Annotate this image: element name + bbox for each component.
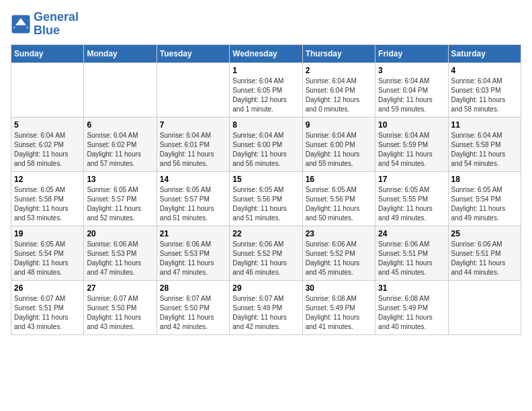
calendar-cell: 31Sunrise: 6:08 AMSunset: 5:49 PMDayligh… — [375, 280, 448, 334]
cell-info: Sunrise: 6:06 AMSunset: 5:53 PMDaylight:… — [87, 240, 153, 277]
calendar-cell: 9Sunrise: 6:04 AMSunset: 6:00 PMDaylight… — [302, 117, 375, 171]
cell-date-number: 1 — [232, 66, 299, 75]
calendar-cell: 8Sunrise: 6:04 AMSunset: 6:00 PMDaylight… — [230, 117, 302, 171]
calendar-cell: 19Sunrise: 6:05 AMSunset: 5:54 PMDayligh… — [11, 226, 84, 280]
cell-date-number: 21 — [160, 229, 226, 238]
calendar-cell: 14Sunrise: 6:05 AMSunset: 5:57 PMDayligh… — [157, 171, 229, 226]
day-header-saturday: Saturday — [448, 44, 521, 62]
cell-date-number: 26 — [14, 283, 81, 293]
cell-date-number: 24 — [378, 229, 445, 238]
day-header-thursday: Thursday — [302, 44, 375, 62]
calendar-cell: 12Sunrise: 6:05 AMSunset: 5:58 PMDayligh… — [11, 171, 84, 226]
calendar-cell: 22Sunrise: 6:06 AMSunset: 5:52 PMDayligh… — [230, 226, 302, 280]
svg-rect-2 — [15, 25, 27, 29]
calendar-cell: 27Sunrise: 6:07 AMSunset: 5:50 PMDayligh… — [84, 280, 157, 334]
cell-info: Sunrise: 6:04 AMSunset: 6:00 PMDaylight:… — [232, 131, 299, 169]
cell-info: Sunrise: 6:06 AMSunset: 5:51 PMDaylight:… — [378, 240, 445, 277]
cell-date-number: 6 — [87, 120, 153, 130]
calendar-cell — [157, 62, 229, 117]
week-row-1: 1Sunrise: 6:04 AMSunset: 6:05 PMDaylight… — [11, 62, 521, 117]
cell-info: Sunrise: 6:05 AMSunset: 5:57 PMDaylight:… — [87, 185, 153, 223]
cell-date-number: 31 — [378, 283, 445, 293]
calendar-table: SundayMondayTuesdayWednesdayThursdayFrid… — [11, 44, 521, 335]
cell-info: Sunrise: 6:04 AMSunset: 6:00 PMDaylight:… — [306, 131, 372, 169]
cell-info: Sunrise: 6:05 AMSunset: 5:56 PMDaylight:… — [306, 185, 372, 223]
cell-info: Sunrise: 6:04 AMSunset: 6:05 PMDaylight:… — [232, 77, 299, 114]
cell-info: Sunrise: 6:04 AMSunset: 6:03 PMDaylight:… — [451, 77, 518, 114]
calendar-cell: 20Sunrise: 6:06 AMSunset: 5:53 PMDayligh… — [84, 226, 157, 280]
week-row-4: 19Sunrise: 6:05 AMSunset: 5:54 PMDayligh… — [11, 226, 521, 280]
cell-info: Sunrise: 6:04 AMSunset: 6:04 PMDaylight:… — [378, 77, 445, 114]
calendar-cell: 29Sunrise: 6:07 AMSunset: 5:49 PMDayligh… — [230, 280, 302, 334]
cell-info: Sunrise: 6:05 AMSunset: 5:58 PMDaylight:… — [14, 185, 81, 223]
cell-date-number: 19 — [14, 229, 81, 238]
calendar-cell: 7Sunrise: 6:04 AMSunset: 6:01 PMDaylight… — [157, 117, 229, 171]
calendar-cell: 24Sunrise: 6:06 AMSunset: 5:51 PMDayligh… — [375, 226, 448, 280]
cell-date-number: 20 — [87, 229, 153, 238]
calendar-cell — [11, 62, 84, 117]
calendar-cell: 16Sunrise: 6:05 AMSunset: 5:56 PMDayligh… — [302, 171, 375, 226]
cell-info: Sunrise: 6:04 AMSunset: 6:02 PMDaylight:… — [14, 131, 81, 169]
page-header: General Blue — [11, 11, 521, 38]
cell-date-number: 5 — [14, 120, 81, 130]
calendar-cell: 18Sunrise: 6:05 AMSunset: 5:54 PMDayligh… — [448, 171, 521, 226]
cell-date-number: 4 — [451, 66, 518, 75]
calendar-cell: 6Sunrise: 6:04 AMSunset: 6:02 PMDaylight… — [84, 117, 157, 171]
day-header-wednesday: Wednesday — [230, 44, 302, 62]
cell-info: Sunrise: 6:04 AMSunset: 5:58 PMDaylight:… — [451, 131, 518, 169]
cell-date-number: 29 — [232, 283, 299, 293]
cell-info: Sunrise: 6:07 AMSunset: 5:50 PMDaylight:… — [87, 294, 153, 332]
cell-date-number: 18 — [451, 175, 518, 184]
cell-info: Sunrise: 6:07 AMSunset: 5:50 PMDaylight:… — [160, 294, 226, 332]
logo-text: General Blue — [34, 11, 79, 38]
calendar-cell: 25Sunrise: 6:06 AMSunset: 5:51 PMDayligh… — [448, 226, 521, 280]
cell-date-number: 13 — [87, 175, 153, 184]
cell-date-number: 16 — [306, 175, 372, 184]
cell-date-number: 22 — [232, 229, 299, 238]
day-header-friday: Friday — [375, 44, 448, 62]
calendar-cell: 30Sunrise: 6:08 AMSunset: 5:49 PMDayligh… — [302, 280, 375, 334]
cell-date-number: 25 — [451, 229, 518, 238]
day-header-tuesday: Tuesday — [157, 44, 229, 62]
cell-info: Sunrise: 6:06 AMSunset: 5:51 PMDaylight:… — [451, 240, 518, 277]
logo: General Blue — [11, 11, 79, 38]
cell-info: Sunrise: 6:08 AMSunset: 5:49 PMDaylight:… — [378, 294, 445, 332]
calendar-cell: 28Sunrise: 6:07 AMSunset: 5:50 PMDayligh… — [157, 280, 229, 334]
calendar-cell: 11Sunrise: 6:04 AMSunset: 5:58 PMDayligh… — [448, 117, 521, 171]
cell-info: Sunrise: 6:05 AMSunset: 5:54 PMDaylight:… — [451, 185, 518, 223]
cell-info: Sunrise: 6:05 AMSunset: 5:57 PMDaylight:… — [160, 185, 226, 223]
calendar-cell: 4Sunrise: 6:04 AMSunset: 6:03 PMDaylight… — [448, 62, 521, 117]
calendar-cell: 5Sunrise: 6:04 AMSunset: 6:02 PMDaylight… — [11, 117, 84, 171]
cell-date-number: 10 — [378, 120, 445, 130]
cell-info: Sunrise: 6:08 AMSunset: 5:49 PMDaylight:… — [306, 294, 372, 332]
cell-info: Sunrise: 6:04 AMSunset: 5:59 PMDaylight:… — [378, 131, 445, 169]
cell-date-number: 2 — [306, 66, 372, 75]
calendar-body: 1Sunrise: 6:04 AMSunset: 6:05 PMDaylight… — [11, 62, 521, 334]
cell-date-number: 23 — [306, 229, 372, 238]
cell-info: Sunrise: 6:06 AMSunset: 5:52 PMDaylight:… — [306, 240, 372, 277]
calendar-cell: 26Sunrise: 6:07 AMSunset: 5:51 PMDayligh… — [11, 280, 84, 334]
cell-date-number: 3 — [378, 66, 445, 75]
cell-date-number: 12 — [14, 175, 81, 184]
calendar-cell: 15Sunrise: 6:05 AMSunset: 5:56 PMDayligh… — [230, 171, 302, 226]
cell-info: Sunrise: 6:05 AMSunset: 5:55 PMDaylight:… — [378, 185, 445, 223]
cell-info: Sunrise: 6:06 AMSunset: 5:52 PMDaylight:… — [232, 240, 299, 277]
calendar-cell: 10Sunrise: 6:04 AMSunset: 5:59 PMDayligh… — [375, 117, 448, 171]
cell-date-number: 9 — [306, 120, 372, 130]
cell-info: Sunrise: 6:04 AMSunset: 6:01 PMDaylight:… — [160, 131, 226, 169]
calendar-cell: 2Sunrise: 6:04 AMSunset: 6:04 PMDaylight… — [302, 62, 375, 117]
calendar-cell: 3Sunrise: 6:04 AMSunset: 6:04 PMDaylight… — [375, 62, 448, 117]
cell-date-number: 17 — [378, 175, 445, 184]
cell-info: Sunrise: 6:07 AMSunset: 5:49 PMDaylight:… — [232, 294, 299, 332]
calendar-cell — [448, 280, 521, 334]
calendar-cell: 13Sunrise: 6:05 AMSunset: 5:57 PMDayligh… — [84, 171, 157, 226]
week-row-5: 26Sunrise: 6:07 AMSunset: 5:51 PMDayligh… — [11, 280, 521, 334]
cell-date-number: 14 — [160, 175, 226, 184]
day-header-sunday: Sunday — [11, 44, 84, 62]
cell-info: Sunrise: 6:06 AMSunset: 5:53 PMDaylight:… — [160, 240, 226, 277]
cell-date-number: 15 — [232, 175, 299, 184]
calendar-cell: 1Sunrise: 6:04 AMSunset: 6:05 PMDaylight… — [230, 62, 302, 117]
calendar-cell: 23Sunrise: 6:06 AMSunset: 5:52 PMDayligh… — [302, 226, 375, 280]
logo-icon — [11, 14, 31, 34]
cell-date-number: 28 — [160, 283, 226, 293]
